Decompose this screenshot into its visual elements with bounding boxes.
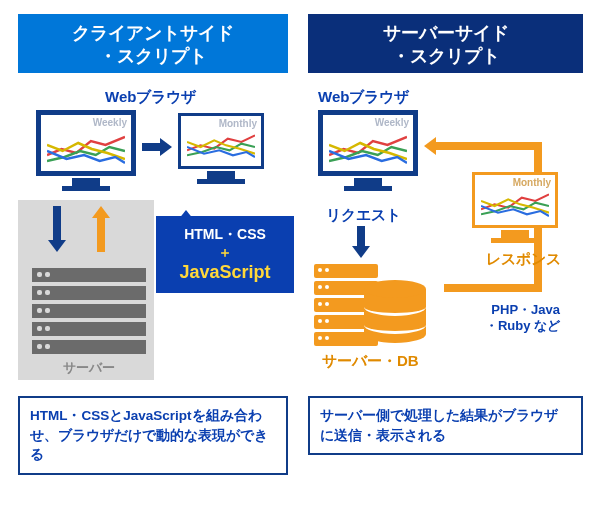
caption-left: HTML・CSSとJavaScriptを組み合わせ、ブラウザだけで動的な表現がで… <box>18 396 288 475</box>
response-label: レスポンス <box>486 250 561 269</box>
database-icon <box>364 280 426 346</box>
tech-line1: PHP・Java <box>450 302 560 318</box>
monitor-tag: Weekly <box>93 117 127 128</box>
server-label: サーバー <box>24 359 154 377</box>
monitor-monthly-right: Monthly <box>472 172 558 240</box>
arrow-down-request-icon <box>352 226 370 258</box>
header-text-line1: サーバーサイド <box>383 23 509 43</box>
tech-line2: ・Ruby など <box>450 318 560 334</box>
browser-label-left: Webブラウザ <box>105 88 196 107</box>
bubble-plus: ＋ <box>164 244 286 262</box>
bubble-html-css: HTML・CSS <box>164 226 286 244</box>
panel-header-server: サーバーサイド ・スクリプト <box>308 14 583 73</box>
tech-bubble: HTML・CSS ＋ JavaScript <box>156 216 294 293</box>
chart-icon <box>481 191 549 221</box>
panel-client-side: クライアントサイド ・スクリプト <box>18 14 288 73</box>
monitor-tag: Monthly <box>513 177 551 188</box>
caption-right: サーバー側で処理した結果がブラウザに送信・表示される <box>308 396 583 455</box>
header-text-line2: ・スクリプト <box>392 46 500 66</box>
header-text-line2: ・スクリプト <box>99 46 207 66</box>
header-text-line1: クライアントサイド <box>72 23 234 43</box>
monitor-weekly-left: Weekly <box>36 110 136 188</box>
request-label: リクエスト <box>326 206 401 225</box>
monitor-weekly-right: Weekly <box>318 110 418 188</box>
arrow-right-icon <box>142 138 172 156</box>
arrow-down-icon <box>48 206 66 252</box>
panel-server-side: サーバーサイド ・スクリプト <box>308 14 583 73</box>
tech-list: PHP・Java ・Ruby など <box>450 302 560 333</box>
monitor-tag: Monthly <box>219 118 257 129</box>
monitor-tag: Weekly <box>375 117 409 128</box>
bubble-js: JavaScript <box>164 262 286 283</box>
chart-icon <box>47 131 125 167</box>
panel-header-client: クライアントサイド ・スクリプト <box>18 14 288 73</box>
server-rack-icon: サーバー <box>24 258 154 380</box>
server-db-label: サーバー・DB <box>322 352 419 371</box>
monitor-monthly-left: Monthly <box>178 113 264 181</box>
browser-label-right: Webブラウザ <box>318 88 409 107</box>
chart-icon <box>187 132 255 162</box>
chart-icon <box>329 131 407 167</box>
arrow-up-icon <box>92 206 110 252</box>
